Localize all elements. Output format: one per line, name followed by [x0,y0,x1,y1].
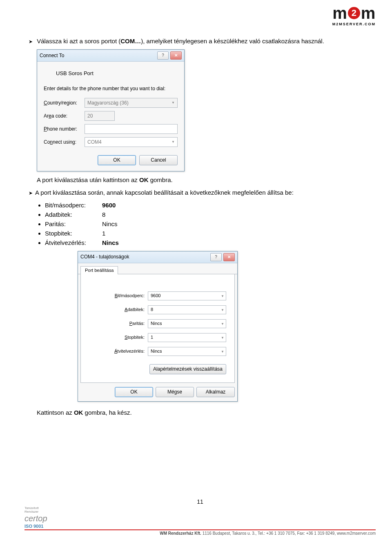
chevron-down-icon: ▼ [172,100,175,105]
settings-list: Bit/másodperc:9600Adatbitek:8Paritás:Nin… [45,201,363,247]
settings-item-value: 1 [102,230,105,237]
iso-label: ISO 9001 [24,524,47,529]
port-setting-label: Adatbitek: [100,307,148,313]
cancel-button[interactable]: Cancel [139,155,178,165]
port-setting-row: Paritás:Nincs▼ [89,319,226,328]
settings-item-value: 8 [102,211,105,218]
settings-item: Átvitelvezérlés:Nincs [45,238,363,247]
port-setting-row: Stopbitek:1▼ [89,333,226,342]
connect-to-subtitle: USB Soros Port [56,70,178,77]
help-button[interactable]: ? [157,51,169,60]
port-setting-row: Átvitelvezérlés:Nincs▼ [89,347,226,356]
logo-m-right: m [361,5,376,21]
area-code-label: Area code: [44,113,85,120]
close-button[interactable]: ✕ [170,51,182,60]
chevron-down-icon: ▼ [221,294,224,298]
logo-subtext: M2MSERVER.COM [332,22,376,26]
page-footer: 11 Tanúsított Rendszer certop ISO 9001 W… [0,498,392,538]
ok-button[interactable]: OK [115,387,153,397]
cancel-button[interactable]: Mégse [156,387,194,397]
settings-item-label: Átvitelvezérlés: [45,238,102,247]
settings-item-value: Nincs [102,220,118,227]
connect-using-dropdown[interactable]: COM4 ▼ [85,137,178,147]
phone-label: Phone number: [44,126,85,133]
settings-item-label: Stopbitek: [45,229,102,238]
port-setting-dropdown[interactable]: Nincs▼ [148,319,226,328]
port-setting-dropdown[interactable]: Nincs▼ [148,347,226,356]
settings-item-label: Adatbitek: [45,210,102,219]
page-number: 11 [24,498,376,505]
instruction-2: A port kiválasztása után kattintson az O… [37,176,363,184]
connect-to-title: Connect To [40,52,65,59]
area-code-input[interactable]: 20 [85,111,115,121]
connect-to-instruction: Enter details for the phone number that … [44,85,178,92]
logo-two-circle: 2 [348,7,360,19]
instruction-1: Válassza ki azt a soros portot (COM…), a… [29,37,363,45]
port-setting-label: Bit/másodperc: [100,293,148,299]
settings-item: Paritás:Nincs [45,220,363,228]
chevron-down-icon: ▼ [221,336,224,340]
footer-contact-line: WM Rendszerház Kft. 1116 Budapest, Takar… [24,529,376,536]
cert-line-2: Rendszer [24,510,47,514]
connect-to-dialog: Connect To ? ✕ USB Soros Port Enter deta… [37,49,185,171]
port-setting-row: Adatbitek:8▼ [89,305,226,314]
settings-item-label: Bit/másodperc: [45,201,102,209]
port-setting-dropdown[interactable]: 8▼ [148,305,226,314]
instruction-3: A port kiválasztása során, annak kapcsol… [29,188,363,197]
help-button[interactable]: ? [210,253,222,261]
port-properties-title: COM4 - tulajdonságok [80,253,129,260]
brand-logo: m 2 m M2MSERVER.COM [332,5,376,26]
close-button[interactable]: ✕ [223,253,235,261]
settings-item-label: Paritás: [45,220,102,228]
tab-port-settings[interactable]: Port beállítása [80,266,118,274]
instruction-4: Kattintson az OK gombra, ha kész. [37,408,363,417]
port-setting-dropdown[interactable]: 9600▼ [148,291,226,300]
settings-item: Stopbitek:1 [45,229,363,238]
connect-to-titlebar: Connect To ? ✕ [37,50,184,62]
port-properties-dialog: COM4 - tulajdonságok ? ✕ Port beállítása… [78,251,238,402]
chevron-down-icon: ▼ [221,349,224,354]
connect-using-label: Connect using: [44,139,85,146]
chevron-down-icon: ▼ [221,308,224,312]
settings-item: Bit/másodperc:9600 [45,201,363,209]
chevron-down-icon: ▼ [172,140,175,144]
reset-defaults-button[interactable]: Alapértelmezések visszaállítása [149,364,226,374]
port-setting-label: Stopbitek: [100,334,148,340]
settings-item: Adatbitek:8 [45,210,363,219]
phone-input[interactable] [85,124,178,134]
settings-item-value: Nincs [102,239,119,246]
certop-logo: certop [24,514,47,523]
port-setting-row: Bit/másodperc:9600▼ [89,291,226,300]
logo-m-left: m [332,5,347,21]
settings-item-value: 9600 [102,202,116,209]
port-properties-titlebar: COM4 - tulajdonságok ? ✕ [78,251,237,263]
port-setting-label: Paritás: [100,320,148,327]
port-setting-dropdown[interactable]: 1▼ [148,333,226,342]
apply-button[interactable]: Alkalmaz [196,387,235,397]
chevron-down-icon: ▼ [221,322,224,326]
port-setting-label: Átvitelvezérlés: [100,348,148,354]
country-dropdown[interactable]: Magyarország (36) ▼ [85,98,178,108]
ok-button[interactable]: OK [98,155,136,165]
country-label: Country/region: [44,100,85,107]
